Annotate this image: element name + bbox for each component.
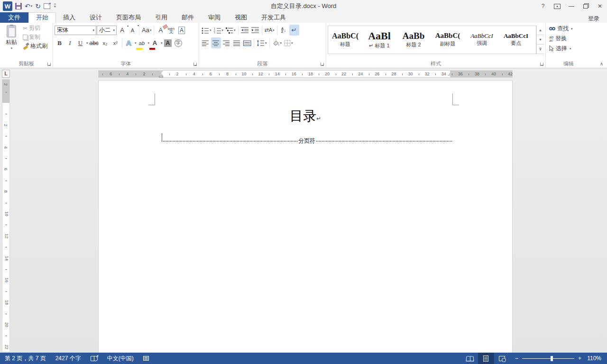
- zoom-in-button[interactable]: +: [578, 355, 581, 362]
- zoom-percentage[interactable]: 110%: [586, 355, 607, 362]
- font-color-button[interactable]: A: [150, 37, 160, 48]
- tab-插入[interactable]: 插入: [56, 12, 83, 23]
- replace-button[interactable]: abac替换: [547, 34, 590, 44]
- distribute-button[interactable]: [242, 37, 252, 48]
- font-name-combo[interactable]: 宋体▾: [55, 26, 96, 35]
- align-left-button[interactable]: [201, 37, 211, 48]
- proofing-status-button[interactable]: [86, 353, 102, 364]
- format-painter-button[interactable]: 格式刷: [21, 42, 49, 51]
- tab-审阅[interactable]: 审阅: [201, 12, 228, 23]
- paste-button[interactable]: 粘贴 ▾: [1, 24, 21, 51]
- horizontal-ruler[interactable]: 6422468101214161820222426283032343638404…: [98, 70, 513, 78]
- paragraph-group: ▾ 123▾ ▾ ⇄A▾ AZ↓ ↵ ▾ ▾ ▾ 段落: [199, 23, 326, 68]
- bold-button[interactable]: B: [55, 37, 64, 48]
- find-dropdown-icon[interactable]: ▾: [571, 27, 573, 31]
- restore-button[interactable]: [579, 0, 593, 12]
- text-effects-button[interactable]: A: [124, 37, 134, 48]
- character-border-button[interactable]: A: [176, 25, 186, 36]
- style-item[interactable]: AaBb标题 2: [396, 26, 431, 54]
- asian-layout-button[interactable]: ⇄A▾: [264, 25, 276, 36]
- sort-button[interactable]: AZ↓: [279, 25, 289, 36]
- cut-button[interactable]: ✂剪切: [21, 24, 49, 33]
- text-effects-dropdown-icon[interactable]: ▾: [135, 41, 137, 45]
- document-page[interactable]: 目录↵ 分页符: [98, 80, 513, 353]
- language-indicator[interactable]: 中文(中国): [102, 353, 138, 364]
- styles-more-button[interactable]: ▼: [537, 45, 544, 54]
- select-dropdown-icon[interactable]: ▾: [570, 47, 571, 51]
- styles-dialog-launcher-icon[interactable]: [540, 62, 544, 67]
- bullets-button[interactable]: ▾: [201, 25, 212, 36]
- zoom-slider[interactable]: [522, 358, 574, 359]
- zoom-slider-handle[interactable]: [551, 356, 553, 361]
- change-case-button[interactable]: Aa▾: [141, 25, 152, 36]
- tab-邮件[interactable]: 邮件: [175, 12, 201, 23]
- underline-button[interactable]: U: [75, 37, 85, 48]
- superscript-button[interactable]: x²: [110, 37, 120, 48]
- tab-stop-selector[interactable]: L: [2, 70, 10, 78]
- collapse-ribbon-button[interactable]: ∧: [600, 61, 603, 66]
- shading-button[interactable]: ▾: [271, 37, 283, 48]
- document-heading[interactable]: 目录↵: [99, 107, 512, 125]
- align-center-button[interactable]: [211, 37, 221, 48]
- print-layout-button[interactable]: [478, 353, 494, 364]
- multilevel-list-button[interactable]: ▾: [225, 25, 237, 36]
- copy-button[interactable]: 复制: [21, 33, 49, 42]
- paragraph-dialog-launcher-icon[interactable]: [320, 62, 325, 67]
- clipboard-dialog-launcher-icon[interactable]: [47, 62, 52, 67]
- word-count-indicator[interactable]: 2427 个字: [51, 353, 86, 364]
- font-dialog-launcher-icon[interactable]: [193, 62, 198, 67]
- left-indent-marker[interactable]: [159, 76, 163, 78]
- styles-scroll-down-button[interactable]: ▼: [537, 35, 544, 45]
- justify-button[interactable]: [232, 37, 242, 48]
- tab-引用[interactable]: 引用: [148, 12, 175, 23]
- styles-scroll-up-button[interactable]: ▲: [537, 26, 544, 35]
- ribbon-display-options-button[interactable]: ▴: [550, 0, 564, 12]
- vertical-ruler[interactable]: 2246810121416182022: [2, 79, 10, 352]
- borders-button[interactable]: ▾: [283, 37, 294, 48]
- tab-页面布局[interactable]: 页面布局: [109, 12, 148, 23]
- style-item[interactable]: AaBbC(标题: [328, 26, 362, 54]
- phonetic-guide-button[interactable]: wén文: [166, 25, 176, 36]
- tab-视图[interactable]: 视图: [228, 12, 254, 23]
- enclose-characters-button[interactable]: 字: [173, 37, 183, 48]
- help-button[interactable]: ?: [536, 0, 550, 12]
- select-button[interactable]: 选择▾: [547, 44, 590, 54]
- style-item[interactable]: AaBl↵ 标题 1: [362, 26, 396, 54]
- increase-indent-button[interactable]: [250, 25, 260, 36]
- highlight-dropdown-icon[interactable]: ▾: [147, 41, 149, 45]
- underline-dropdown-icon[interactable]: ▾: [86, 41, 88, 45]
- decrease-indent-button[interactable]: [240, 25, 250, 36]
- paste-dropdown-icon[interactable]: ▾: [11, 46, 13, 50]
- strikethrough-button[interactable]: abc: [89, 37, 100, 48]
- shrink-font-button[interactable]: A: [128, 25, 138, 36]
- sign-in-link[interactable]: 登录: [588, 15, 607, 23]
- page-number-indicator[interactable]: 第 2 页，共 7 页: [0, 353, 51, 364]
- tab-设计[interactable]: 设计: [83, 12, 109, 23]
- clear-formatting-button[interactable]: A: [156, 25, 166, 36]
- font-size-combo[interactable]: 小二▾: [97, 26, 117, 35]
- tab-开始[interactable]: 开始: [28, 12, 56, 23]
- close-button[interactable]: ✕: [593, 0, 607, 12]
- minimize-button[interactable]: —: [564, 0, 579, 12]
- zoom-out-button[interactable]: −: [515, 355, 518, 362]
- grow-font-button[interactable]: A: [117, 25, 127, 36]
- svg-text:3: 3: [214, 32, 215, 34]
- macro-record-button[interactable]: [138, 353, 154, 364]
- subscript-button[interactable]: x₂: [100, 37, 110, 48]
- character-shading-button[interactable]: A: [163, 37, 173, 48]
- tab-file[interactable]: 文件: [0, 12, 28, 23]
- highlight-button[interactable]: ab: [137, 37, 147, 48]
- style-item[interactable]: AaBbCcI要点: [499, 26, 533, 54]
- tab-开发工具[interactable]: 开发工具: [254, 12, 293, 23]
- font-color-dropdown-icon[interactable]: ▾: [161, 41, 163, 45]
- style-item[interactable]: AaBbCcI强调: [465, 26, 499, 54]
- numbering-button[interactable]: 123▾: [213, 25, 225, 36]
- find-button[interactable]: 查找▾: [547, 24, 590, 34]
- style-item[interactable]: AaBbC(副标题: [431, 26, 465, 54]
- read-mode-button[interactable]: [462, 353, 478, 364]
- line-spacing-button[interactable]: ▾: [256, 37, 268, 48]
- web-layout-button[interactable]: [494, 353, 510, 364]
- show-hide-marks-button[interactable]: ↵: [289, 25, 299, 36]
- align-right-button[interactable]: [221, 37, 231, 48]
- italic-button[interactable]: I: [65, 37, 75, 48]
